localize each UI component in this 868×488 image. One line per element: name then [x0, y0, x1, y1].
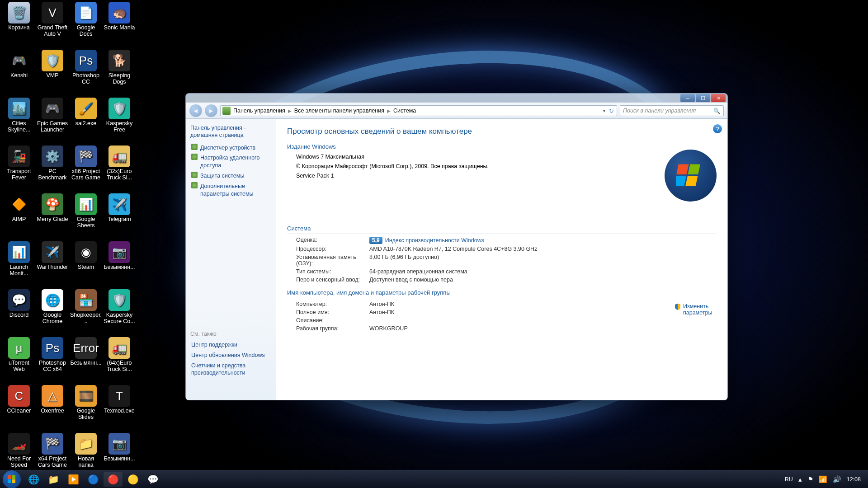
workgroup-value: WORKGROUP	[369, 325, 717, 332]
desktop-icon[interactable]: 🖌️sai2.exe	[70, 98, 102, 127]
breadcrumb-item[interactable]: Панель управления	[233, 108, 285, 114]
ram-label: Установленная память (ОЗУ):	[296, 254, 364, 267]
pen-label: Перо и сенсорный ввод:	[296, 277, 364, 283]
sidebar-home-link[interactable]: Панель управления - домашняя страница	[190, 124, 271, 139]
desktop-icon[interactable]: 📄Google Docs	[70, 2, 102, 38]
desktop-icon[interactable]: 🗑️Корзина	[3, 2, 35, 31]
ram-value: 8,00 ГБ (6,96 ГБ доступно)	[369, 254, 717, 267]
desktop-icon[interactable]: 🏁x86 Project Cars Game ...	[70, 145, 102, 182]
desktop-icon[interactable]: 🐕Sleeping Dogs	[103, 50, 136, 85]
breadcrumb-item[interactable]: Система	[393, 108, 416, 114]
tray-network-icon[interactable]: 📶	[819, 475, 827, 483]
control-panel-icon	[222, 107, 231, 115]
desktop-icon[interactable]: 🦔Sonic Mania	[103, 2, 136, 31]
desktop-icon[interactable]: 🎮Epic Games Launcher	[36, 98, 69, 133]
dropdown-icon[interactable]: ▾	[603, 108, 605, 113]
refresh-icon[interactable]: ↻	[609, 108, 614, 114]
icon-label: (32x)Euro Truck Si...	[103, 168, 136, 181]
sidebar-item-remote-settings[interactable]: Настройка удаленного доступа	[190, 153, 271, 171]
app-icon: 🏪	[75, 289, 97, 311]
tray-flag-icon[interactable]: ⚑	[807, 475, 813, 483]
taskbar-opera-icon[interactable]: 🔴	[104, 472, 123, 487]
taskbar-media-icon[interactable]: ▶️	[64, 472, 83, 487]
sidebar-item-device-manager[interactable]: Диспетчер устройств	[190, 143, 271, 153]
address-bar[interactable]: Панель управления ▶ Все элементы панели …	[220, 105, 617, 116]
change-settings-link[interactable]: Изменить параметры	[674, 303, 715, 316]
sidebar-item-system-protection[interactable]: Защита системы	[190, 171, 271, 181]
desktop-icon[interactable]: 🔶AIMP	[3, 193, 35, 222]
desktop-icon[interactable]: 🚛(32x)Euro Truck Si...	[103, 145, 136, 181]
desktop-icon[interactable]: 🚂Transport Fever	[3, 145, 35, 181]
sidebar: Панель управления - домашняя страница Ди…	[186, 119, 276, 400]
wei-link[interactable]: Индекс производительности Windows	[385, 237, 484, 244]
icon-label: Discord	[3, 312, 35, 318]
icon-label: Sonic Mania	[103, 24, 136, 31]
help-icon[interactable]: ?	[713, 124, 722, 133]
desktop-icon[interactable]: 🏙️Cities Skyline...	[3, 98, 35, 133]
desktop-icon[interactable]: 🎞️Google Slides	[70, 385, 102, 421]
tray-show-hidden-icon[interactable]: ▴	[798, 475, 802, 483]
copyright-text: © Корпорация Майкрософт (Microsoft Corp.…	[296, 162, 717, 171]
desktop-icon[interactable]: TTexmod.exe	[103, 385, 136, 414]
desktop-icon[interactable]: 🏁x64 Project Cars Game ...	[36, 433, 69, 469]
desktop-icon[interactable]: 🛡️Kaspersky Secure Co...	[103, 289, 136, 325]
taskbar-chrome-icon[interactable]: 🔵	[84, 472, 103, 487]
desktop-icon[interactable]: 📊Google Sheets	[70, 193, 102, 229]
desktop-icon[interactable]: ErrorБезымянн...	[70, 337, 102, 366]
icon-label: AIMP	[3, 216, 35, 222]
tray-volume-icon[interactable]: 🔊	[833, 475, 841, 483]
icon-label: Корзина	[3, 24, 35, 31]
desktop-icon[interactable]: μuTorrent Web	[3, 337, 35, 373]
desktop-icon[interactable]: 📷Безымянн...	[103, 433, 136, 462]
desktop-icon[interactable]: 🍄Merry Glade	[36, 193, 69, 222]
tray-lang[interactable]: RU	[785, 476, 793, 483]
app-icon: ◉	[75, 241, 97, 263]
desktop-icon[interactable]: 📊Launch Monit...	[3, 241, 35, 277]
start-button[interactable]	[3, 470, 21, 488]
tray-clock[interactable]: 12:08	[847, 476, 861, 483]
sidebar-item-perf-tools[interactable]: Счетчики и средства производительности	[190, 361, 271, 379]
desktop-icon[interactable]: 💬Discord	[3, 289, 35, 318]
svg-rect-4	[8, 475, 11, 479]
sidebar-item-action-center[interactable]: Центр поддержки	[190, 340, 271, 350]
desktop-icon[interactable]: PsPhotoshop CC	[70, 50, 102, 85]
app-icon: T	[108, 385, 130, 407]
desktop-icon[interactable]: 🛡️Kaspersky Free	[103, 98, 136, 133]
desktop-icon[interactable]: 🚛(64x)Euro Truck Si...	[103, 337, 136, 373]
taskbar-ie-icon[interactable]: 🌐	[24, 472, 43, 487]
service-pack: Service Pack 1	[296, 172, 717, 180]
taskbar-app-icon[interactable]: 🟡	[123, 472, 142, 487]
icon-label: Kaspersky Free	[103, 120, 136, 133]
desktop-icon[interactable]: 📷Безымянн...	[103, 241, 136, 270]
desktop-icon[interactable]: ✈️WarThunder	[36, 241, 69, 270]
desktop-icon[interactable]: △Oxenfree	[36, 385, 69, 414]
sidebar-item-advanced[interactable]: Дополнительные параметры системы	[190, 181, 271, 199]
svg-rect-0	[676, 164, 689, 174]
minimize-button[interactable]: ─	[680, 94, 695, 102]
desktop-icon[interactable]: ◉Steam	[70, 241, 102, 270]
taskbar-explorer-icon[interactable]: 📁	[44, 472, 63, 487]
nav-back-button[interactable]: ◄	[189, 104, 202, 117]
desktop-icon[interactable]: PsPhotoshop CC x64	[36, 337, 69, 373]
search-placeholder: Поиск в панели управления	[623, 108, 696, 114]
nav-forward-button[interactable]: ►	[205, 104, 217, 117]
desktop-icon[interactable]: 🏎️Need For Speed Und...	[3, 433, 35, 469]
desktop-icon[interactable]: 🏪Shopkeeper...	[70, 289, 102, 325]
search-input[interactable]: Поиск в панели управления 🔍	[620, 105, 724, 116]
icon-label: uTorrent Web	[3, 360, 35, 373]
desktop-icon[interactable]: CCCleaner	[3, 385, 35, 414]
desktop-icon[interactable]: 🎮Kenshi	[3, 50, 35, 79]
desktop-icon[interactable]: 🛡️VMP	[36, 50, 69, 79]
system-properties-window: ─ ☐ ✕ ◄ ► Панель управления ▶ Все элемен…	[185, 93, 728, 400]
icon-label: (64x)Euro Truck Si...	[103, 360, 136, 373]
close-button[interactable]: ✕	[711, 94, 726, 102]
desktop-icon[interactable]: VGrand Theft Auto V	[36, 2, 69, 38]
desktop-icon[interactable]: 🌐Google Chrome	[36, 289, 69, 325]
desktop-icon[interactable]: ✈️Telegram	[103, 193, 136, 222]
sidebar-item-windows-update[interactable]: Центр обновления Windows	[190, 350, 271, 361]
desktop-icon[interactable]: ⚙️PC Benchmark	[36, 145, 69, 181]
desktop-icon[interactable]: 📁Новая папка	[70, 433, 102, 469]
maximize-button[interactable]: ☐	[696, 94, 710, 102]
breadcrumb-item[interactable]: Все элементы панели управления	[294, 108, 384, 114]
taskbar-app-icon[interactable]: 💬	[143, 472, 162, 487]
